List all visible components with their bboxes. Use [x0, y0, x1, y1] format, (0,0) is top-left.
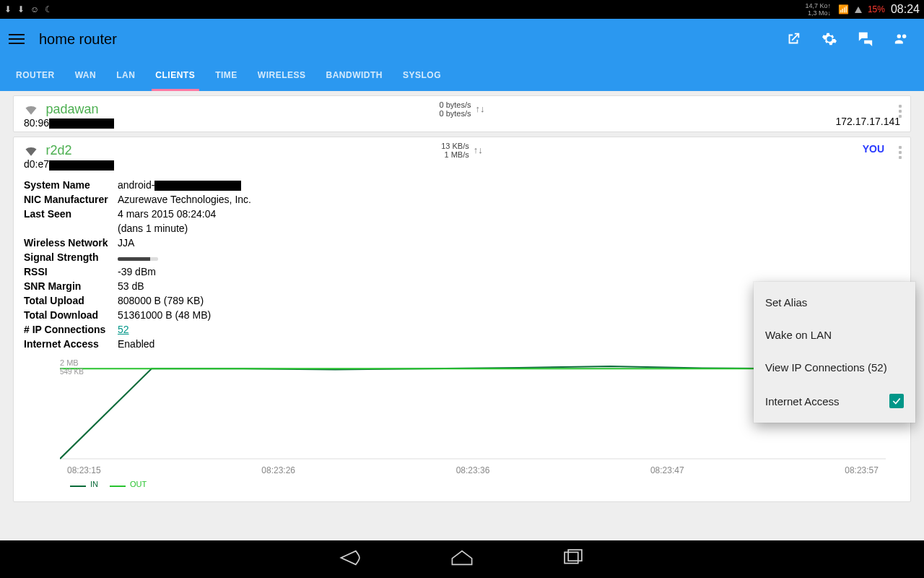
menu-wake-on-lan[interactable]: Wake on LAN	[754, 319, 915, 351]
page-title: home router	[39, 31, 771, 48]
tab-router[interactable]: ROUTER	[6, 59, 65, 91]
open-external-icon[interactable]	[785, 31, 801, 47]
svg-rect-2	[568, 550, 582, 561]
wifi-icon	[24, 103, 38, 117]
you-badge: YOU	[863, 143, 884, 155]
tab-lan[interactable]: LAN	[106, 59, 145, 91]
client-name: padawan	[45, 102, 98, 116]
client-card-padawan[interactable]: padawan 80:96 0 bytes/s 0 bytes/s ↑↓ 172…	[13, 95, 911, 132]
android-status-bar: ⬇ ⬇ ☺ ☾ 14,7 Ko↑ 1,3 Mo↓ 📶 15% 08:24	[0, 0, 924, 19]
menu-icon[interactable]	[9, 34, 25, 44]
download-icon: ⬇	[17, 4, 25, 14]
menu-view-ip-connections[interactable]: View IP Connections (52)	[754, 351, 915, 384]
feedback-icon[interactable]	[858, 31, 873, 47]
context-menu: Set Alias Wake on LAN View IP Connection…	[754, 282, 915, 423]
notif-icon: ☺	[30, 4, 39, 14]
notif-icon: ☾	[45, 4, 53, 14]
menu-internet-access[interactable]: Internet Access	[754, 384, 915, 418]
overflow-menu-icon[interactable]	[896, 142, 905, 163]
back-button[interactable]	[339, 548, 363, 571]
content-area: padawan 80:96 0 bytes/s 0 bytes/s ↑↓ 172…	[0, 91, 924, 540]
network-speed: 14,7 Ko↑ 1,3 Mo↓	[805, 2, 831, 17]
client-mac: 80:96	[24, 117, 900, 129]
tab-syslog[interactable]: SYSLOG	[393, 59, 451, 91]
signal-strength-bar	[118, 257, 158, 261]
tab-bandwidth[interactable]: BANDWIDTH	[316, 59, 393, 91]
client-mac: d0:e7	[24, 158, 900, 170]
chart-legend: IN OUT	[60, 475, 886, 488]
tab-wireless[interactable]: WIRELESS	[248, 59, 316, 91]
svg-rect-1	[565, 552, 578, 563]
menu-set-alias[interactable]: Set Alias	[754, 286, 915, 319]
download-icon: ⬇	[4, 4, 12, 14]
android-nav-bar	[0, 540, 924, 578]
signal-icon	[855, 7, 862, 13]
client-speed: 0 bytes/s 0 bytes/s ↑↓	[439, 100, 484, 118]
overflow-menu-icon[interactable]	[896, 100, 905, 122]
tab-wan[interactable]: WAN	[65, 59, 107, 91]
wifi-icon: 📶	[838, 4, 849, 14]
app-bar: home router ROUTER WAN LAN CLIENTS TIME …	[0, 19, 924, 91]
recents-button[interactable]	[561, 548, 585, 571]
wifi-icon	[24, 144, 38, 158]
client-name: r2d2	[45, 143, 71, 158]
people-icon[interactable]	[894, 31, 910, 47]
tab-time[interactable]: TIME	[205, 59, 248, 91]
checkbox-checked-icon[interactable]	[889, 394, 904, 408]
ip-connections-link[interactable]: 52	[118, 324, 129, 335]
updown-icon: ↑↓	[474, 146, 483, 155]
clock: 08:24	[891, 3, 920, 16]
client-speed: 13 KB/s 1 MB/s ↑↓	[441, 142, 483, 159]
updown-icon: ↑↓	[476, 105, 485, 113]
tab-bar: ROUTER WAN LAN CLIENTS TIME WIRELESS BAN…	[0, 59, 924, 91]
client-ip: 172.17.17.141	[835, 116, 900, 127]
battery-level: 15%	[868, 4, 885, 14]
home-button[interactable]	[450, 548, 474, 571]
settings-icon[interactable]	[821, 31, 837, 47]
tab-clients[interactable]: CLIENTS	[145, 59, 205, 91]
chart-x-axis: 08:23:15 08:23:26 08:23:36 08:23:47 08:2…	[60, 462, 886, 475]
